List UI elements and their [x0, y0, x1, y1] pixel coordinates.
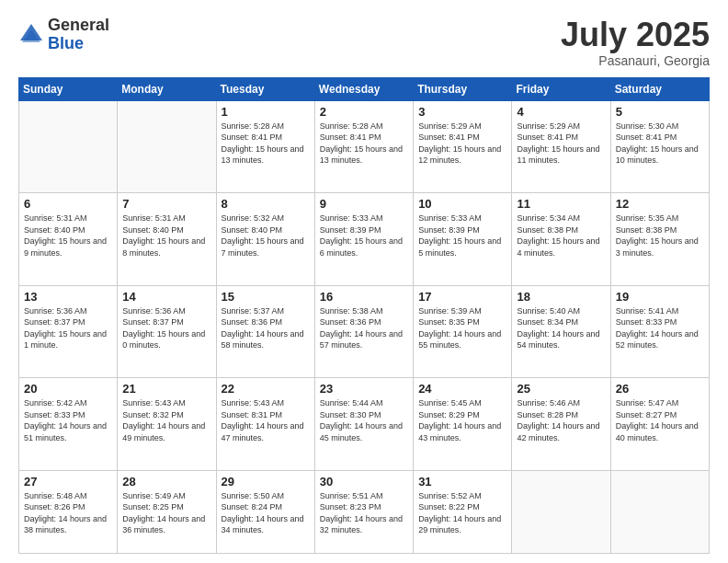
calendar: SundayMondayTuesdayWednesdayThursdayFrid…	[18, 77, 710, 554]
day-info: Sunrise: 5:38 AMSunset: 8:36 PMDaylight:…	[320, 305, 408, 351]
day-info: Sunrise: 5:52 AMSunset: 8:22 PMDaylight:…	[418, 490, 506, 536]
day-number: 9	[320, 197, 408, 211]
day-info: Sunrise: 5:44 AMSunset: 8:30 PMDaylight:…	[320, 397, 408, 443]
calendar-cell	[118, 100, 216, 193]
calendar-cell: 26Sunrise: 5:47 AMSunset: 8:27 PMDayligh…	[610, 378, 709, 471]
day-info: Sunrise: 5:46 AMSunset: 8:28 PMDaylight:…	[517, 397, 605, 443]
logo-text: General Blue	[48, 17, 109, 53]
day-info: Sunrise: 5:32 AMSunset: 8:40 PMDaylight:…	[222, 213, 310, 259]
day-number: 4	[517, 105, 605, 119]
calendar-cell: 24Sunrise: 5:45 AMSunset: 8:29 PMDayligh…	[414, 378, 512, 471]
weekday-header-tuesday: Tuesday	[216, 77, 314, 100]
day-number: 28	[122, 475, 210, 488]
day-number: 16	[320, 290, 408, 304]
day-info: Sunrise: 5:51 AMSunset: 8:23 PMDaylight:…	[320, 490, 408, 536]
day-info: Sunrise: 5:30 AMSunset: 8:41 PMDaylight:…	[616, 121, 704, 167]
calendar-cell: 10Sunrise: 5:33 AMSunset: 8:39 PMDayligh…	[414, 193, 512, 286]
logo: General Blue	[18, 17, 109, 53]
calendar-cell: 15Sunrise: 5:37 AMSunset: 8:36 PMDayligh…	[216, 285, 314, 378]
logo-icon	[18, 22, 44, 48]
day-number: 13	[24, 290, 112, 304]
day-number: 31	[418, 475, 506, 488]
day-number: 26	[616, 382, 704, 396]
week-row-1: 1Sunrise: 5:28 AMSunset: 8:41 PMDaylight…	[19, 100, 710, 193]
day-number: 22	[222, 382, 310, 396]
day-info: Sunrise: 5:41 AMSunset: 8:33 PMDaylight:…	[616, 305, 704, 351]
weekday-header-thursday: Thursday	[414, 77, 512, 100]
day-info: Sunrise: 5:48 AMSunset: 8:26 PMDaylight:…	[24, 490, 112, 536]
calendar-cell: 22Sunrise: 5:43 AMSunset: 8:31 PMDayligh…	[216, 378, 314, 471]
month-title: July 2025	[561, 17, 710, 53]
day-number: 11	[517, 197, 605, 211]
logo-blue-text: Blue	[48, 34, 84, 52]
day-number: 6	[24, 197, 112, 211]
calendar-cell: 21Sunrise: 5:43 AMSunset: 8:32 PMDayligh…	[118, 378, 216, 471]
week-row-4: 20Sunrise: 5:42 AMSunset: 8:33 PMDayligh…	[19, 378, 710, 471]
day-info: Sunrise: 5:42 AMSunset: 8:33 PMDaylight:…	[24, 397, 112, 443]
calendar-cell: 20Sunrise: 5:42 AMSunset: 8:33 PMDayligh…	[19, 378, 118, 471]
calendar-cell: 31Sunrise: 5:52 AMSunset: 8:22 PMDayligh…	[414, 470, 512, 553]
day-info: Sunrise: 5:31 AMSunset: 8:40 PMDaylight:…	[122, 213, 210, 259]
week-row-5: 27Sunrise: 5:48 AMSunset: 8:26 PMDayligh…	[19, 470, 710, 553]
day-number: 7	[122, 197, 210, 211]
calendar-cell	[610, 470, 709, 553]
calendar-cell: 27Sunrise: 5:48 AMSunset: 8:26 PMDayligh…	[19, 470, 118, 553]
day-info: Sunrise: 5:37 AMSunset: 8:36 PMDaylight:…	[222, 305, 310, 351]
calendar-cell: 4Sunrise: 5:29 AMSunset: 8:41 PMDaylight…	[512, 100, 610, 193]
day-info: Sunrise: 5:33 AMSunset: 8:39 PMDaylight:…	[418, 213, 506, 259]
week-row-3: 13Sunrise: 5:36 AMSunset: 8:37 PMDayligh…	[19, 285, 710, 378]
week-row-2: 6Sunrise: 5:31 AMSunset: 8:40 PMDaylight…	[19, 193, 710, 286]
day-number: 5	[616, 105, 704, 119]
day-info: Sunrise: 5:40 AMSunset: 8:34 PMDaylight:…	[517, 305, 605, 351]
day-info: Sunrise: 5:31 AMSunset: 8:40 PMDaylight:…	[24, 213, 112, 259]
day-number: 12	[616, 197, 704, 211]
calendar-cell: 16Sunrise: 5:38 AMSunset: 8:36 PMDayligh…	[314, 285, 413, 378]
calendar-cell: 19Sunrise: 5:41 AMSunset: 8:33 PMDayligh…	[610, 285, 709, 378]
header: General Blue July 2025 Pasanauri, Georgi…	[18, 17, 710, 68]
day-info: Sunrise: 5:43 AMSunset: 8:31 PMDaylight:…	[222, 397, 310, 443]
calendar-cell: 18Sunrise: 5:40 AMSunset: 8:34 PMDayligh…	[512, 285, 610, 378]
day-info: Sunrise: 5:49 AMSunset: 8:25 PMDaylight:…	[122, 490, 210, 536]
day-number: 21	[122, 382, 210, 396]
logo-general-text: General	[48, 16, 109, 34]
day-number: 24	[418, 382, 506, 396]
day-info: Sunrise: 5:39 AMSunset: 8:35 PMDaylight:…	[418, 305, 506, 351]
location: Pasanauri, Georgia	[561, 53, 710, 68]
calendar-cell: 5Sunrise: 5:30 AMSunset: 8:41 PMDaylight…	[610, 100, 709, 193]
day-number: 15	[222, 290, 310, 304]
day-info: Sunrise: 5:29 AMSunset: 8:41 PMDaylight:…	[418, 121, 506, 167]
calendar-cell: 8Sunrise: 5:32 AMSunset: 8:40 PMDaylight…	[216, 193, 314, 286]
day-info: Sunrise: 5:43 AMSunset: 8:32 PMDaylight:…	[122, 397, 210, 443]
weekday-header-wednesday: Wednesday	[314, 77, 413, 100]
calendar-cell: 29Sunrise: 5:50 AMSunset: 8:24 PMDayligh…	[216, 470, 314, 553]
day-info: Sunrise: 5:36 AMSunset: 8:37 PMDaylight:…	[122, 305, 210, 351]
calendar-cell: 2Sunrise: 5:28 AMSunset: 8:41 PMDaylight…	[314, 100, 413, 193]
day-info: Sunrise: 5:28 AMSunset: 8:41 PMDaylight:…	[320, 121, 408, 167]
day-number: 17	[418, 290, 506, 304]
day-info: Sunrise: 5:34 AMSunset: 8:38 PMDaylight:…	[517, 213, 605, 259]
day-info: Sunrise: 5:28 AMSunset: 8:41 PMDaylight:…	[222, 121, 310, 167]
weekday-header-friday: Friday	[512, 77, 610, 100]
day-number: 23	[320, 382, 408, 396]
calendar-cell: 12Sunrise: 5:35 AMSunset: 8:38 PMDayligh…	[610, 193, 709, 286]
day-info: Sunrise: 5:36 AMSunset: 8:37 PMDaylight:…	[24, 305, 112, 351]
title-block: July 2025 Pasanauri, Georgia	[561, 17, 710, 68]
calendar-cell: 28Sunrise: 5:49 AMSunset: 8:25 PMDayligh…	[118, 470, 216, 553]
page: General Blue July 2025 Pasanauri, Georgi…	[0, 0, 728, 563]
day-number: 18	[517, 290, 605, 304]
calendar-cell	[19, 100, 118, 193]
day-number: 8	[222, 197, 310, 211]
day-number: 10	[418, 197, 506, 211]
calendar-cell: 17Sunrise: 5:39 AMSunset: 8:35 PMDayligh…	[414, 285, 512, 378]
day-number: 20	[24, 382, 112, 396]
day-info: Sunrise: 5:29 AMSunset: 8:41 PMDaylight:…	[517, 121, 605, 167]
day-number: 2	[320, 105, 408, 119]
calendar-cell: 1Sunrise: 5:28 AMSunset: 8:41 PMDaylight…	[216, 100, 314, 193]
calendar-cell: 30Sunrise: 5:51 AMSunset: 8:23 PMDayligh…	[314, 470, 413, 553]
calendar-cell: 23Sunrise: 5:44 AMSunset: 8:30 PMDayligh…	[314, 378, 413, 471]
day-number: 30	[320, 475, 408, 488]
calendar-cell: 14Sunrise: 5:36 AMSunset: 8:37 PMDayligh…	[118, 285, 216, 378]
weekday-header-sunday: Sunday	[19, 77, 118, 100]
calendar-cell: 9Sunrise: 5:33 AMSunset: 8:39 PMDaylight…	[314, 193, 413, 286]
weekday-header-saturday: Saturday	[610, 77, 709, 100]
